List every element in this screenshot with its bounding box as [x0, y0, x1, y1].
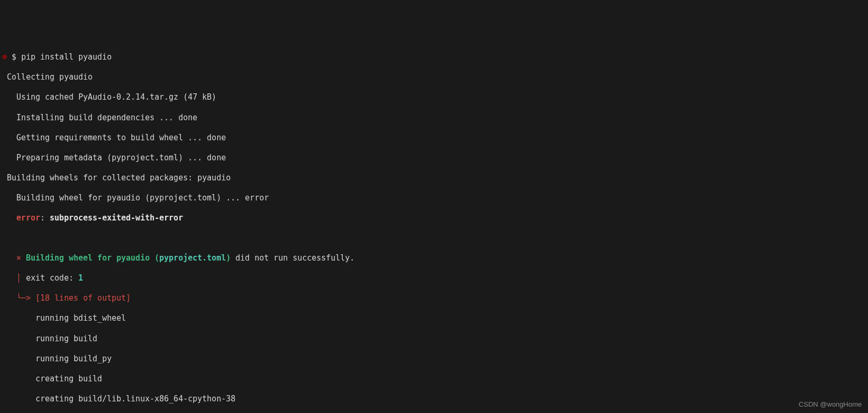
output-line: creating build/lib.linux-x86_64-cpython-…: [2, 394, 868, 404]
output-line: running build: [2, 334, 868, 344]
tree-branch: ╰─>: [16, 293, 31, 303]
output-line: Building wheels for collected packages: …: [2, 173, 868, 183]
error-icon: ⊗: [2, 52, 7, 62]
tree-pipe: │: [16, 273, 21, 283]
output-line: Using cached PyAudio-0.2.14.tar.gz (47 k…: [2, 92, 868, 102]
output-line: running build_py: [2, 354, 868, 364]
watermark: CSDN @wongHome: [799, 400, 862, 409]
cross-icon: ×: [16, 253, 21, 263]
blank-line: [2, 233, 868, 243]
shell-prompt: $: [7, 52, 21, 62]
output-line: Building wheel for pyaudio (pyproject.to…: [2, 193, 868, 203]
error-name: subprocess-exited-with-error: [50, 213, 183, 223]
lines-count: [18 lines of output]: [35, 293, 131, 303]
exit-code: 1: [79, 273, 83, 283]
build-target: Building wheel for pyaudio: [26, 253, 155, 263]
output-line: Installing build dependencies ... done: [2, 113, 868, 123]
output-line: creating build: [2, 374, 868, 384]
output-line: Preparing metadata (pyproject.toml) ... …: [2, 153, 868, 163]
error-label: error: [16, 213, 40, 223]
output-line: Getting requirements to build wheel ... …: [2, 133, 868, 143]
output-line: Collecting pyaudio: [2, 72, 868, 82]
command-text: pip install pyaudio: [21, 52, 112, 62]
output-header-line: ╰─> [18 lines of output]: [2, 293, 868, 303]
pyproject-label: pyproject.toml: [159, 253, 226, 263]
build-fail-line: × Building wheel for pyaudio (pyproject.…: [2, 253, 868, 263]
output-line: running bdist_wheel: [2, 313, 868, 323]
exit-code-line: │ exit code: 1: [2, 273, 868, 283]
error-line: error: subprocess-exited-with-error: [2, 213, 868, 223]
terminal-output: ⊗ $ pip install pyaudio Collecting pyaud…: [2, 42, 868, 413]
